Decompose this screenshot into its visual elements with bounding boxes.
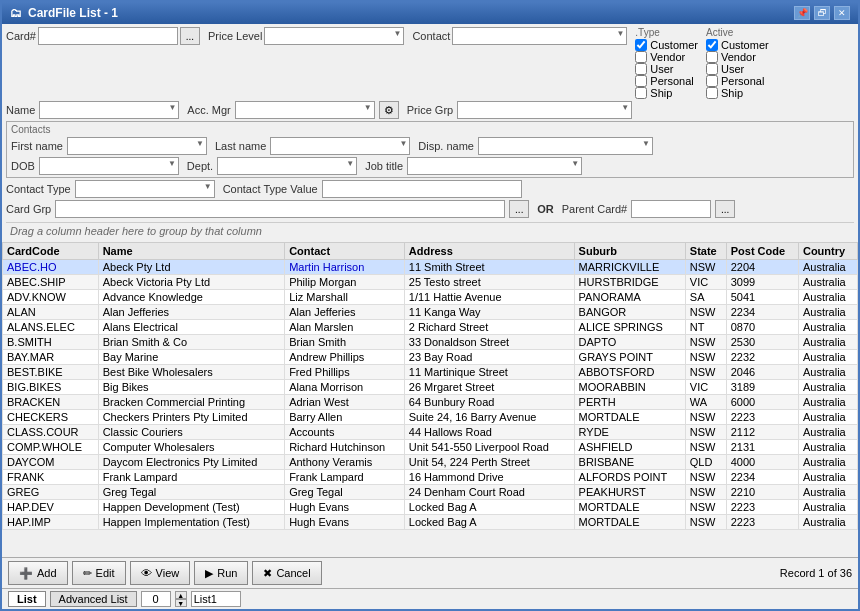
table-cell: Australia — [798, 365, 857, 380]
table-row[interactable]: CHECKERSCheckers Printers Pty LimitedBar… — [3, 410, 858, 425]
active-checkbox[interactable] — [706, 63, 718, 75]
table-cell: VIC — [685, 380, 726, 395]
col-header-postcode[interactable]: Post Code — [726, 243, 798, 260]
col-header-name[interactable]: Name — [98, 243, 284, 260]
list-tab[interactable]: List — [8, 591, 46, 607]
active-checkbox[interactable] — [706, 51, 718, 63]
list-number-spinner: ▲ ▼ — [175, 591, 187, 607]
table-row[interactable]: BEST.BIKEBest Bike WholesalersFred Phill… — [3, 365, 858, 380]
last-name-select[interactable] — [270, 137, 410, 155]
table-row[interactable]: CLASS.COURClassic CouriersAccounts44 Hal… — [3, 425, 858, 440]
view-button[interactable]: 👁 View — [130, 561, 191, 585]
table-cell: NSW — [685, 335, 726, 350]
table-row[interactable]: COMP.WHOLEComputer WholesalersRichard Hu… — [3, 440, 858, 455]
table-cell: Advance Knowledge — [98, 290, 284, 305]
list-number-input[interactable] — [141, 591, 171, 607]
type-checkbox[interactable] — [635, 63, 647, 75]
restore-button[interactable]: 🗗 — [814, 6, 830, 20]
table-cell: 11 Smith Street — [404, 260, 574, 275]
parent-card-dots-button[interactable]: ... — [715, 200, 735, 218]
price-level-select[interactable] — [264, 27, 404, 45]
contact-select[interactable] — [452, 27, 627, 45]
dept-select[interactable] — [217, 157, 357, 175]
pin-button[interactable]: 📌 — [794, 6, 810, 20]
run-button[interactable]: ▶ Run — [194, 561, 248, 585]
active-checkbox-item: Personal — [706, 75, 769, 87]
table-cell: Fred Phillips — [285, 365, 405, 380]
type-checkbox[interactable] — [635, 75, 647, 87]
first-name-select[interactable] — [67, 137, 207, 155]
price-grp-select[interactable] — [457, 101, 632, 119]
table-row[interactable]: BRACKENBracken Commercial PrintingAdrian… — [3, 395, 858, 410]
card-grp-input[interactable] — [55, 200, 505, 218]
edit-button[interactable]: ✏ Edit — [72, 561, 126, 585]
parent-card-label: Parent Card# — [562, 203, 627, 215]
cancel-button[interactable]: ✖ Cancel — [252, 561, 321, 585]
table-cell: ALANS.ELEC — [3, 320, 99, 335]
table-cell: ASHFIELD — [574, 440, 685, 455]
active-checkbox[interactable] — [706, 87, 718, 99]
col-header-country[interactable]: Country — [798, 243, 857, 260]
acc-mgr-select[interactable] — [235, 101, 375, 119]
table-row[interactable]: GREGGreg TegalGreg Tegal24 Denham Court … — [3, 485, 858, 500]
dob-select[interactable] — [39, 157, 179, 175]
card-grp-label: Card Grp — [6, 203, 51, 215]
table-row[interactable]: ADV.KNOWAdvance KnowledgeLiz Marshall1/1… — [3, 290, 858, 305]
add-button[interactable]: ➕ Add — [8, 561, 68, 585]
table-row[interactable]: DAYCOMDaycom Electronics Pty LimitedAnth… — [3, 455, 858, 470]
col-header-suburb[interactable]: Suburb — [574, 243, 685, 260]
table-cell: 11 Martinique Street — [404, 365, 574, 380]
card-grp-dots-button[interactable]: ... — [509, 200, 529, 218]
acc-mgr-gear-button[interactable]: ⚙ — [379, 101, 399, 119]
close-button[interactable]: ✕ — [834, 6, 850, 20]
table-row[interactable]: B.SMITHBrian Smith & CoBrian Smith33 Don… — [3, 335, 858, 350]
card-input[interactable] — [38, 27, 178, 45]
table-row[interactable]: ALANAlan JefferiesAlan Jefferies11 Kanga… — [3, 305, 858, 320]
table-cell: 2223 — [726, 500, 798, 515]
active-checkbox[interactable] — [706, 39, 718, 51]
job-title-select[interactable] — [407, 157, 582, 175]
cancel-icon: ✖ — [263, 567, 272, 580]
disp-name-select[interactable] — [478, 137, 653, 155]
table-cell: Abeck Pty Ltd — [98, 260, 284, 275]
type-checkbox[interactable] — [635, 87, 647, 99]
type-checkbox-group: CustomerVendorUserPersonalShip — [635, 39, 698, 99]
card-code-link[interactable]: ABEC.HO — [7, 261, 57, 273]
type-checkbox[interactable] — [635, 39, 647, 51]
contact-link[interactable]: Martin Harrison — [289, 261, 364, 273]
contact-type-value-input[interactable] — [322, 180, 522, 198]
advanced-list-tab[interactable]: Advanced List — [50, 591, 137, 607]
table-row[interactable]: BIG.BIKESBig BikesAlana Morrison26 Mrgar… — [3, 380, 858, 395]
col-header-cardcode[interactable]: CardCode — [3, 243, 99, 260]
spinner-down-button[interactable]: ▼ — [175, 599, 187, 607]
table-cell: Greg Tegal — [98, 485, 284, 500]
table-cell: Hugh Evans — [285, 515, 405, 530]
active-checkbox-item: User — [706, 63, 769, 75]
table-row[interactable]: FRANKFrank LampardFrank Lampard16 Hammon… — [3, 470, 858, 485]
col-header-address[interactable]: Address — [404, 243, 574, 260]
table-row[interactable]: ABEC.HOAbeck Pty LtdMartin Harrison11 Sm… — [3, 260, 858, 275]
col-header-contact[interactable]: Contact — [285, 243, 405, 260]
table-cell: Australia — [798, 410, 857, 425]
parent-card-input[interactable] — [631, 200, 711, 218]
name-select[interactable] — [39, 101, 179, 119]
table-cell: NSW — [685, 440, 726, 455]
table-row[interactable]: BAY.MARBay MarineAndrew Phillips23 Bay R… — [3, 350, 858, 365]
active-checkbox[interactable] — [706, 75, 718, 87]
contact-type-value-label: Contact Type Value — [223, 183, 318, 195]
table-cell: ALAN — [3, 305, 99, 320]
table-cell: NSW — [685, 500, 726, 515]
contact-type-select[interactable] — [75, 180, 215, 198]
view-icon: 👁 — [141, 567, 152, 579]
table-row[interactable]: HAP.DEVHappen Development (Test)Hugh Eva… — [3, 500, 858, 515]
table-cell: BANGOR — [574, 305, 685, 320]
col-header-state[interactable]: State — [685, 243, 726, 260]
type-checkbox[interactable] — [635, 51, 647, 63]
table-row[interactable]: HAP.IMPHappen Implementation (Test)Hugh … — [3, 515, 858, 530]
table-row[interactable]: ALANS.ELECAlans ElectricalAlan Marslen2 … — [3, 320, 858, 335]
spinner-up-button[interactable]: ▲ — [175, 591, 187, 599]
list-name-input[interactable] — [191, 591, 241, 607]
card-dots-button[interactable]: ... — [180, 27, 200, 45]
table-row[interactable]: ABEC.SHIPAbeck Victoria Pty LtdPhilip Mo… — [3, 275, 858, 290]
status-bar: List Advanced List ▲ ▼ — [2, 588, 858, 609]
